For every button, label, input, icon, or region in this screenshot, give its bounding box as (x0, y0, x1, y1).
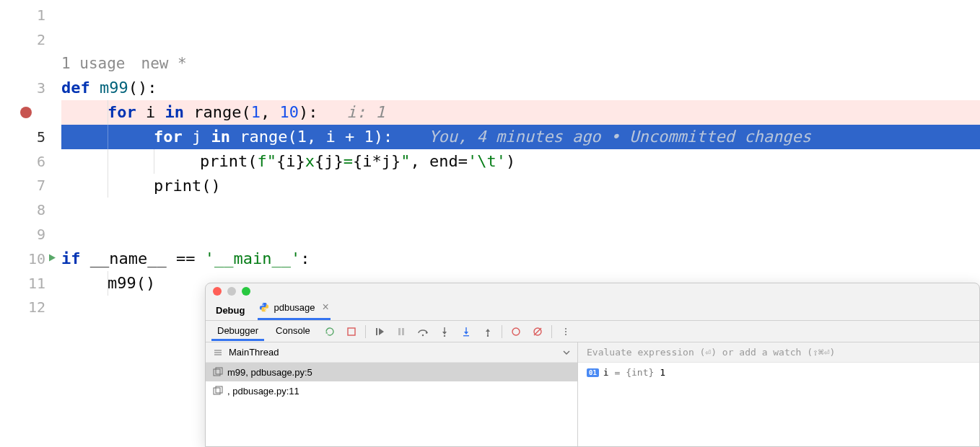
svg-rect-20 (216, 368, 222, 374)
gutter-line[interactable]: 2 (0, 27, 61, 52)
code-line-1[interactable] (61, 3, 980, 27)
variable-row[interactable]: 01 i = {int} 1 (587, 367, 971, 378)
debug-tab[interactable]: Debug (214, 301, 246, 320)
rerun-icon[interactable] (322, 324, 338, 340)
svg-rect-19 (214, 369, 220, 376)
line-number: 8 (37, 201, 45, 218)
chevron-down-icon (563, 349, 570, 356)
code-line-10[interactable]: if __name__ == '__main__': (61, 247, 980, 271)
line-number: 3 (37, 79, 45, 97)
separator (365, 325, 366, 338)
step-into-icon[interactable] (437, 324, 452, 340)
more-icon[interactable] (558, 324, 574, 340)
gutter-line[interactable]: 7 (0, 174, 61, 198)
gutter-line[interactable]: 1 (0, 3, 61, 27)
code-line-7[interactable]: print() (61, 174, 980, 198)
line-number: 1 (37, 6, 45, 24)
gutter-line[interactable]: 6 (0, 149, 61, 174)
code-line-3[interactable]: def m99(): (61, 76, 980, 100)
close-tab-icon[interactable]: × (323, 301, 329, 314)
gutter-line[interactable]: 5 (0, 125, 61, 149)
window-maximize-icon[interactable] (242, 287, 250, 296)
code-lens-line[interactable]: 1 usage new * (61, 52, 980, 76)
breakpoint-icon[interactable] (20, 107, 32, 118)
svg-point-6 (422, 334, 424, 335)
code-line-2[interactable] (61, 27, 980, 52)
svg-rect-3 (376, 328, 377, 335)
stop-icon[interactable] (344, 324, 359, 340)
svg-rect-5 (402, 328, 404, 335)
code-line-8[interactable] (61, 198, 980, 222)
debug-file-tab[interactable]: pdbusage × (258, 296, 330, 320)
svg-rect-8 (463, 335, 469, 336)
mute-breakpoints-icon[interactable] (530, 324, 546, 340)
line-number: 12 (28, 298, 45, 316)
line-number: 2 (37, 31, 45, 48)
variables-list[interactable]: 01 i = {int} 1 (578, 363, 979, 446)
line-number: 6 (37, 153, 45, 170)
code-line-9[interactable] (61, 222, 980, 247)
svg-rect-21 (214, 388, 220, 394)
gutter-line[interactable]: 9 (0, 222, 61, 247)
frame-icon (213, 367, 223, 377)
code-line-5-current[interactable]: for j in range(1, i + 1): You, 4 minutes… (61, 125, 980, 149)
debugger-subtab[interactable]: Debugger (211, 322, 264, 341)
svg-point-0 (263, 304, 263, 304)
frame-icon (213, 386, 223, 396)
gutter[interactable]: 12356789101112 (0, 0, 61, 447)
variable-badge-icon: 01 (587, 368, 599, 377)
svg-point-14 (565, 331, 566, 332)
inlay-hint-variable: i: 1 (346, 100, 385, 125)
svg-point-9 (487, 335, 489, 336)
separator (502, 325, 502, 338)
svg-rect-4 (398, 328, 401, 335)
variables-pane: Evaluate expression (⏎) or add a watch (… (578, 342, 979, 446)
debug-panel[interactable]: Debug pdbusage × Debugger Console (205, 283, 980, 447)
python-icon (259, 302, 269, 312)
svg-point-15 (565, 334, 566, 335)
console-subtab[interactable]: Console (270, 322, 316, 341)
gutter-line[interactable]: 3 (0, 76, 61, 100)
step-over-icon[interactable] (415, 324, 431, 340)
thread-name: MainThread (229, 347, 279, 358)
usages-lens[interactable]: 1 usage (61, 52, 126, 76)
svg-point-10 (512, 328, 520, 335)
line-number: 11 (28, 275, 45, 292)
author-lens[interactable]: new * (141, 52, 187, 76)
svg-point-1 (266, 310, 266, 311)
stack-frame[interactable]: m99, pdbusage.py:5 (206, 363, 577, 381)
run-gutter-icon[interactable] (47, 252, 57, 265)
gutter-line[interactable]: 10 (0, 247, 61, 271)
debug-toolbar: Debugger Console (206, 321, 979, 342)
window-minimize-icon[interactable] (227, 287, 236, 296)
step-into-my-icon[interactable] (458, 324, 474, 340)
code-line-6[interactable]: print(f"{i}x{j}={i*j}", end='\t') (61, 149, 980, 174)
stack-frame[interactable]: , pdbusage.py:11 (206, 381, 577, 400)
line-number: 7 (37, 177, 45, 194)
debug-panel-tabs: Debug pdbusage × (206, 299, 979, 321)
gutter-line[interactable]: 8 (0, 198, 61, 222)
pause-icon[interactable] (393, 324, 409, 340)
evaluate-expression-input[interactable]: Evaluate expression (⏎) or add a watch (… (578, 342, 979, 363)
svg-rect-2 (348, 328, 355, 335)
thread-icon (213, 348, 223, 358)
line-number: 9 (37, 226, 45, 243)
svg-point-13 (565, 328, 566, 329)
resume-icon[interactable] (372, 324, 388, 340)
gutter-line[interactable] (0, 52, 61, 76)
view-breakpoints-icon[interactable] (508, 324, 524, 340)
separator (551, 325, 552, 338)
frame-list[interactable]: m99, pdbusage.py:5, pdbusage.py:11 (206, 363, 577, 446)
vcs-annotation: You, 4 minutes ago • Uncommitted changes (429, 125, 811, 149)
gutter-line[interactable]: 11 (0, 271, 61, 296)
thread-selector[interactable]: MainThread (206, 342, 577, 363)
window-close-icon[interactable] (213, 287, 222, 296)
line-number: 5 (37, 128, 45, 146)
gutter-line[interactable] (0, 100, 61, 125)
svg-rect-22 (216, 386, 222, 393)
frames-pane: MainThread m99, pdbusage.py:5, pdbusage.… (206, 342, 578, 446)
svg-point-7 (444, 335, 445, 336)
gutter-line[interactable]: 12 (0, 296, 61, 320)
code-line-4[interactable]: for i in range(1, 10): i: 1 (61, 100, 980, 125)
step-out-icon[interactable] (480, 324, 496, 340)
